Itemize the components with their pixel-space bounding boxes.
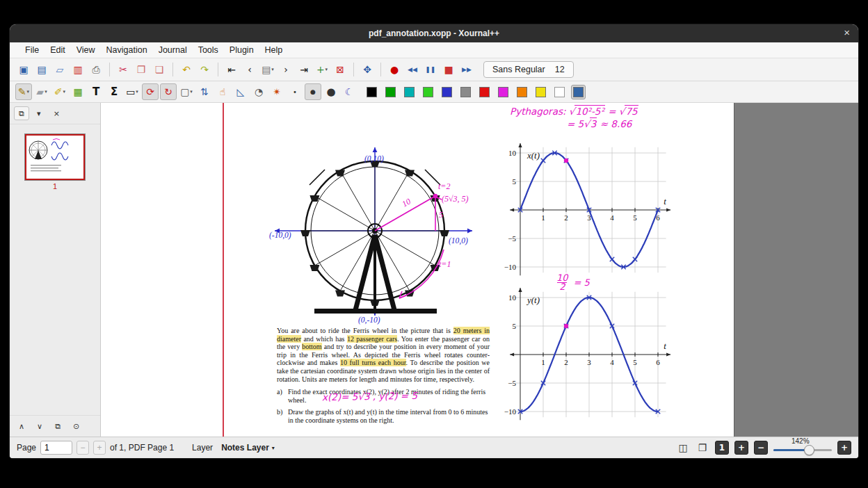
stop-button[interactable]: ■ [440,61,457,78]
fast-forward-button[interactable]: ▶▶ [458,61,475,78]
insert-image-button[interactable]: ▦ [70,83,86,100]
problem-text-block: You are about to ride the Ferris wheel i… [277,327,490,429]
height-label-5: 5 [439,210,443,220]
focus-page-button[interactable]: ⊙ [68,419,84,433]
zoom-fit-width-button[interactable]: + [734,441,748,455]
pen-icon: ✎ [18,86,26,97]
color-light-green[interactable] [421,85,435,99]
open-button[interactable]: ▱ [51,61,68,78]
color-gray[interactable] [458,85,473,99]
radical-sign: √ [584,118,590,129]
shape-recognizer-button[interactable]: ⟳ [142,83,159,100]
shapes-button[interactable]: ▭▾ [124,83,140,100]
next-page-button[interactable]: › [278,61,294,78]
color-green[interactable] [383,85,398,99]
ruler-button[interactable]: ◺ [232,83,249,100]
undo-button[interactable]: ↶ [178,61,195,78]
spline-button[interactable]: ✴ [268,83,285,100]
color-black-swatch [367,87,377,97]
record-button[interactable]: ● [386,61,403,78]
zoom-fit-page-button[interactable]: ✥ [359,61,376,78]
paste-button[interactable]: ❏ [151,61,168,78]
document-canvas[interactable]: Pythagoras: √10²-5² = √75 = 5√3 ≈ 8.66 [101,103,858,437]
sidebar-mode-button[interactable]: ⧉ [14,106,29,120]
window-close-button[interactable]: × [844,26,850,38]
redo-button[interactable]: ↷ [196,61,213,78]
duplicate-view-button[interactable]: ⧉ [50,419,65,433]
menu-view[interactable]: View [71,45,101,55]
add-page-button[interactable]: +▾ [314,61,330,78]
handwritten-answer: x(2)= 5√3 , y(2) = 5 [322,390,417,402]
pause-button[interactable]: ❚❚ [422,61,439,78]
rewind-button[interactable]: ◀◀ [404,61,421,78]
copy-button[interactable]: ❐ [133,61,150,78]
menu-journal[interactable]: Journal [153,45,193,55]
title-bar[interactable]: pdf_annotation.xopp - Xournal++ × [10,24,858,42]
vertical-space-button[interactable]: ⇅ [196,83,213,100]
thickness-fine-button[interactable]: • [287,83,303,100]
menu-navigation[interactable]: Navigation [101,45,153,55]
stroke-recognizer-button[interactable]: ↻ [160,83,177,100]
delete-page-button[interactable]: ⊠ [332,61,348,78]
fill-toggle-button[interactable]: ☾ [341,83,357,100]
cut-button[interactable]: ✂ [115,61,131,78]
svg-text:10: 10 [508,149,517,157]
hand-tool-button[interactable]: ☝ [214,83,231,100]
color-yellow[interactable] [533,85,548,99]
xournal-window: pdf_annotation.xopp - Xournal++ × FileEd… [10,24,858,458]
color-current-color[interactable] [571,85,586,99]
svg-text:x(t): x(t) [527,150,540,161]
thickness-medium-button[interactable]: ● [305,83,321,100]
protractor-button[interactable]: ◔ [250,83,267,100]
zoom-original-button[interactable]: 1 [715,441,729,455]
select-region-button[interactable]: ▢▾ [178,83,195,100]
zoom-slider-handle[interactable] [804,445,814,455]
sidebar-close-button[interactable]: × [49,106,65,120]
thickness-thick-button[interactable]: ● [323,83,339,100]
highlighter-button[interactable]: ✐▾ [51,83,68,100]
color-black[interactable] [364,85,379,99]
eraser-button[interactable]: ▰▾ [33,83,50,100]
color-white[interactable] [552,85,567,99]
zoom-out-button[interactable]: − [754,441,768,455]
color-magenta[interactable] [496,85,511,99]
collapse-up-button[interactable]: ∧ [14,419,29,433]
page-preview-button[interactable]: ▤▾ [259,61,276,78]
color-blue[interactable] [440,85,454,99]
page-increment-button[interactable]: + [93,441,106,455]
new-document-button[interactable]: ▤ [33,61,50,78]
color-red[interactable] [477,85,492,99]
cut-icon: ✂ [119,64,127,75]
page-number-input[interactable] [40,441,72,455]
text-tool-button[interactable]: T [88,83,104,100]
color-red-swatch [479,87,490,97]
font-selector[interactable]: Sans Regular 12 [483,61,574,78]
page-decrement-button[interactable]: − [77,441,89,455]
math-tex-button[interactable]: Σ [106,83,122,100]
previous-page-button[interactable]: ‹ [241,61,258,78]
first-page-button[interactable]: ⇤ [223,61,240,78]
menu-help[interactable]: Help [259,45,289,55]
menu-edit[interactable]: Edit [45,45,71,55]
print-button[interactable]: ⎙ [88,61,104,78]
dual-page-view-button[interactable]: ◫ [676,441,690,455]
thickness-medium-icon: ● [310,88,316,95]
export-pdf-button[interactable]: ▥ [70,61,86,78]
menu-plugin[interactable]: Plugin [224,45,259,55]
protractor-icon: ◔ [255,86,263,97]
presentation-mode-button[interactable]: ❐ [696,441,709,455]
save-button[interactable]: ▣ [15,61,32,78]
sidebar-mode-caret[interactable]: ▾ [32,106,46,120]
zoom-slider[interactable]: 142% [773,439,832,456]
select-region-icon: ▢ [180,86,189,97]
menu-tools[interactable]: Tools [193,45,224,55]
color-orange[interactable] [515,85,529,99]
pen-button[interactable]: ✎▾ [15,83,32,100]
collapse-down-button[interactable]: ∨ [32,419,47,433]
last-page-button[interactable]: ⇥ [296,61,312,78]
layer-selector[interactable]: Notes Layer ▾ [217,442,279,453]
color-teal[interactable] [402,85,417,99]
zoom-in-button[interactable]: + [837,441,851,455]
page-thumbnail[interactable] [25,134,85,180]
menu-file[interactable]: File [19,45,45,55]
